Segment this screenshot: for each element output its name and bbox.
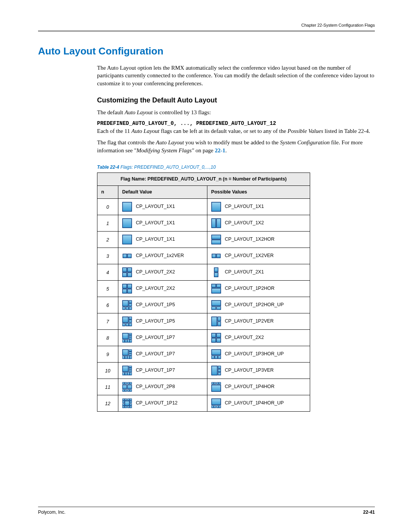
n-cell: 6: [97, 297, 118, 313]
table-row: 0CP_LAYOUT_1X1CP_LAYOUT_1X1: [97, 198, 310, 215]
default-cell: CP_LAYOUT_1X1: [118, 215, 207, 231]
default-label: CP_LAYOUT_2X2: [136, 269, 175, 275]
possible-label: CP_LAYOUT_1X2: [225, 220, 264, 226]
footer: Polycom, Inc. 22-41: [38, 506, 375, 515]
default-label: CP_LAYOUT_1P12: [136, 400, 178, 406]
possible-cell: CP_LAYOUT_1P2HOR_UP: [207, 297, 310, 313]
possible-cell: CP_LAYOUT_1P4HOR: [207, 379, 310, 395]
default-label: CP_LAYOUT_1X1: [136, 220, 175, 226]
layout-icon: [211, 366, 221, 375]
default-cell: CP_LAYOUT_1P7: [118, 362, 207, 379]
table-row: 8CP_LAYOUT_1P7CP_LAYOUT_2X2: [97, 329, 310, 346]
possible-cell: CP_LAYOUT_1X1: [207, 198, 310, 215]
layout-icon: [211, 202, 221, 212]
default-label: CP_LAYOUT_1P7: [136, 367, 175, 374]
layout-icon: [211, 251, 221, 261]
possible-label: CP_LAYOUT_1P4HOR_UP: [225, 400, 284, 406]
table-row: 4CP_LAYOUT_2X2CP_LAYOUT_2X1: [97, 264, 310, 280]
possible-cell: CP_LAYOUT_1X2HOR: [207, 231, 310, 248]
col-possible: Possible Values: [207, 186, 310, 199]
layout-icon: [122, 333, 132, 343]
default-cell: CP_LAYOUT_1x2VER: [118, 248, 207, 264]
layout-icon: [122, 382, 132, 392]
flag-range-line: PREDEFINED_AUTO_LAYOUT_0, ..., PREDEFINE…: [97, 120, 375, 127]
default-cell: CP_LAYOUT_1P7: [118, 346, 207, 362]
chapter-header: Chapter 22-System Configuration Flags: [38, 23, 375, 27]
default-label: CP_LAYOUT_1P7: [136, 334, 175, 341]
layout-icon: [122, 218, 132, 228]
default-label: CP_LAYOUT_2X2: [136, 285, 175, 292]
intro-paragraph: The Auto Layout option lets the RMX auto…: [97, 64, 375, 87]
n-cell: 10: [97, 362, 118, 379]
default-cell: CP_LAYOUT_1P7: [118, 329, 207, 346]
possible-cell: CP_LAYOUT_2X2: [207, 329, 310, 346]
table-row: 7CP_LAYOUT_1P5CP_LAYOUT_1P2VER: [97, 313, 310, 329]
layout-icon: [122, 284, 132, 294]
default-label: CP_LAYOUT_2P8: [136, 383, 175, 390]
default-label: CP_LAYOUT_1x2VER: [136, 252, 184, 259]
table-row: 3CP_LAYOUT_1x2VERCP_LAYOUT_1X2VER: [97, 248, 310, 264]
table-row: 10CP_LAYOUT_1P7CP_LAYOUT_1P3VER: [97, 362, 310, 379]
n-cell: 4: [97, 264, 118, 280]
possible-cell: CP_LAYOUT_1P2VER: [207, 313, 310, 329]
default-cell: CP_LAYOUT_2X2: [118, 264, 207, 280]
default-label: CP_LAYOUT_1P5: [136, 302, 175, 308]
table-caption: Table 22-4 Flags: PREDEFINED_AUTO_LAYOUT…: [97, 164, 375, 170]
possible-label: CP_LAYOUT_1P2HOR: [225, 285, 274, 292]
page-ref-link[interactable]: 22-1: [215, 147, 225, 153]
possible-label: CP_LAYOUT_1X2VER: [225, 252, 274, 259]
subsection-heading: Customizing the Default Auto Layout: [97, 96, 375, 105]
header-rule: [38, 30, 375, 32]
default-label: CP_LAYOUT_1X1: [136, 236, 175, 243]
layout-icon: [211, 316, 221, 326]
n-cell: 11: [97, 379, 118, 395]
layout-icon: [122, 202, 132, 212]
layout-icon: [211, 218, 221, 228]
n-cell: 7: [97, 313, 118, 329]
default-cell: CP_LAYOUT_2P8: [118, 379, 207, 395]
layout-icon: [211, 284, 221, 294]
possible-cell: CP_LAYOUT_1X2VER: [207, 248, 310, 264]
default-cell: CP_LAYOUT_1P5: [118, 313, 207, 329]
n-cell: 9: [97, 346, 118, 362]
n-cell: 12: [97, 395, 118, 411]
table-row: 5CP_LAYOUT_2X2CP_LAYOUT_1P2HOR: [97, 280, 310, 297]
layout-icon: [211, 267, 221, 277]
possible-label: CP_LAYOUT_2X1: [225, 269, 264, 275]
n-cell: 5: [97, 280, 118, 297]
table-row: 1CP_LAYOUT_1X1CP_LAYOUT_1X2: [97, 215, 310, 231]
layout-icon: [122, 398, 132, 408]
possible-cell: CP_LAYOUT_1X2: [207, 215, 310, 231]
n-cell: 3: [97, 248, 118, 264]
layout-icon: [122, 316, 132, 326]
controlled-by-line: The default Auto Layout is controlled by…: [97, 109, 375, 116]
col-default: Default Value: [118, 186, 207, 199]
footer-org: Polycom, Inc.: [38, 510, 65, 515]
default-label: CP_LAYOUT_1X1: [136, 203, 175, 210]
table-row: 2CP_LAYOUT_1X1CP_LAYOUT_1X2HOR: [97, 231, 310, 248]
possible-label: CP_LAYOUT_1P2VER: [225, 318, 274, 324]
section-title: Auto Layout Configuration: [38, 45, 375, 57]
possible-label: CP_LAYOUT_1P3VER: [225, 367, 274, 374]
default-label: CP_LAYOUT_1P7: [136, 351, 175, 357]
n-cell: 0: [97, 198, 118, 215]
layout-icon: [122, 235, 132, 244]
possible-label: CP_LAYOUT_1X2HOR: [225, 236, 274, 243]
footer-page: 22-41: [363, 510, 375, 515]
n-cell: 8: [97, 329, 118, 346]
default-cell: CP_LAYOUT_1X1: [118, 198, 207, 215]
layout-icon: [122, 349, 132, 359]
possible-cell: CP_LAYOUT_1P2HOR: [207, 280, 310, 297]
table-row: 9CP_LAYOUT_1P7CP_LAYOUT_1P3HOR_UP: [97, 346, 310, 362]
table-row: 6CP_LAYOUT_1P5CP_LAYOUT_1P2HOR_UP: [97, 297, 310, 313]
n-cell: 2: [97, 231, 118, 248]
layout-icon: [122, 300, 132, 310]
layout-icon: [122, 366, 132, 375]
layout-icon: [211, 300, 221, 310]
layout-icon: [211, 398, 221, 408]
default-cell: CP_LAYOUT_2X2: [118, 280, 207, 297]
n-cell: 1: [97, 215, 118, 231]
flag-controls-paragraph: The flag that controls the Auto Layout y…: [97, 139, 375, 154]
possible-label: CP_LAYOUT_1P4HOR: [225, 383, 274, 390]
possible-cell: CP_LAYOUT_1P3HOR_UP: [207, 346, 310, 362]
